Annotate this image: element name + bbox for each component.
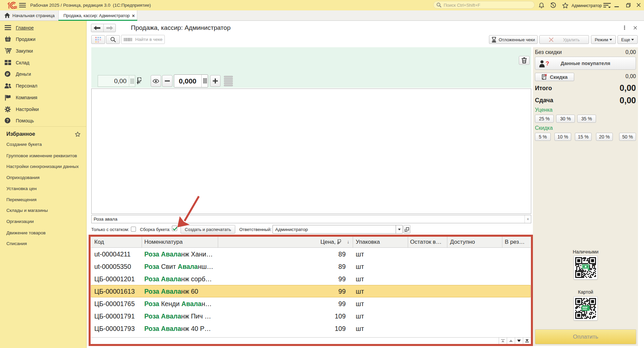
svg-text:?: ? <box>6 118 9 123</box>
svg-text:P: P <box>6 72 9 76</box>
svg-text:?: ? <box>546 60 549 67</box>
